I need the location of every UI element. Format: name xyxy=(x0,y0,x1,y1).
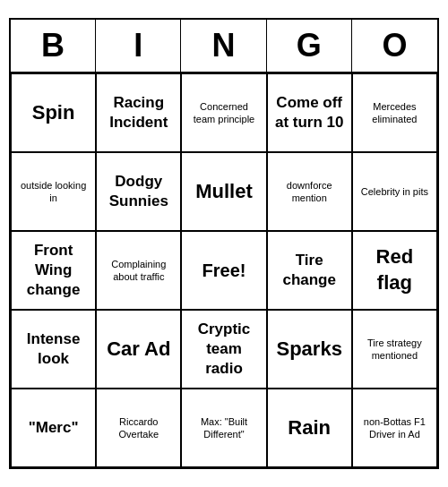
bingo-cell-21[interactable]: Riccardo Overtake xyxy=(96,389,181,467)
bingo-cell-1[interactable]: Racing Incident xyxy=(96,73,181,152)
header-letter-n: N xyxy=(181,20,266,72)
bingo-cell-0[interactable]: Spin xyxy=(11,73,96,152)
bingo-cell-6[interactable]: Dodgy Sunnies xyxy=(96,152,181,231)
bingo-cell-5[interactable]: outside looking in xyxy=(11,152,96,231)
bingo-card: BINGO SpinRacing IncidentConcerned team … xyxy=(9,18,439,469)
bingo-cell-14[interactable]: Red flag xyxy=(352,231,437,310)
header-letter-o: O xyxy=(352,20,437,72)
bingo-cell-7[interactable]: Mullet xyxy=(181,152,266,231)
header-letter-i: I xyxy=(96,20,181,72)
bingo-cell-24[interactable]: non-Bottas F1 Driver in Ad xyxy=(352,389,437,467)
bingo-cell-18[interactable]: Sparks xyxy=(267,310,352,389)
bingo-cell-4[interactable]: Mercedes eliminated xyxy=(352,73,437,152)
bingo-cell-10[interactable]: Front Wing change xyxy=(11,231,96,310)
bingo-cell-12[interactable]: Free! xyxy=(181,231,266,310)
bingo-cell-11[interactable]: Complaining about traffic xyxy=(96,231,181,310)
bingo-cell-9[interactable]: Celebrity in pits xyxy=(352,152,437,231)
bingo-cell-3[interactable]: Come off at turn 10 xyxy=(267,73,352,152)
bingo-cell-17[interactable]: Cryptic team radio xyxy=(181,310,266,389)
bingo-cell-23[interactable]: Rain xyxy=(267,389,352,467)
header-letter-g: G xyxy=(267,20,352,72)
bingo-cell-22[interactable]: Max: "Built Different" xyxy=(181,389,266,467)
bingo-cell-19[interactable]: Tire strategy mentioned xyxy=(352,310,437,389)
bingo-cell-2[interactable]: Concerned team principle xyxy=(181,73,266,152)
header-letter-b: B xyxy=(11,20,96,72)
bingo-grid: SpinRacing IncidentConcerned team princi… xyxy=(11,73,437,467)
bingo-header: BINGO xyxy=(11,20,437,73)
bingo-cell-16[interactable]: Car Ad xyxy=(96,310,181,389)
bingo-cell-13[interactable]: Tire change xyxy=(267,231,352,310)
bingo-cell-8[interactable]: downforce mention xyxy=(267,152,352,231)
bingo-cell-15[interactable]: Intense look xyxy=(11,310,96,389)
bingo-cell-20[interactable]: "Merc" xyxy=(11,389,96,467)
